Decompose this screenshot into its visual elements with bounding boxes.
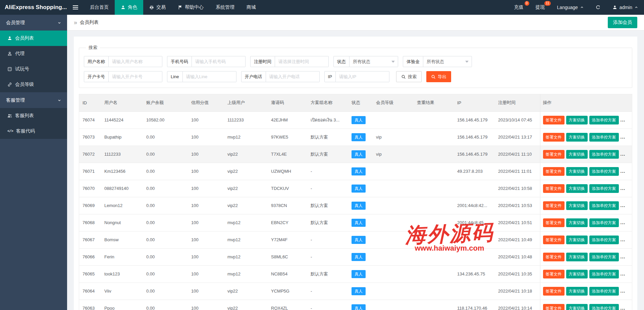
- sign-file-button[interactable]: 签署文件: [543, 184, 565, 193]
- language-menu[interactable]: Language: [551, 0, 590, 15]
- add-member-button[interactable]: 添加会员: [608, 17, 637, 28]
- table-row[interactable]: 76067Bomsw0.00100mvp12Y72M4F-真人2022/04/2…: [79, 231, 632, 248]
- recharge-button[interactable]: 充值 0: [508, 0, 530, 15]
- more-actions-button[interactable]: ...: [621, 168, 626, 174]
- nav-item-trade[interactable]: 交易: [143, 0, 172, 15]
- more-actions-button[interactable]: ...: [621, 203, 626, 208]
- more-actions-button[interactable]: ...: [621, 288, 626, 294]
- more-actions-button[interactable]: ...: [621, 151, 626, 157]
- nav-item-mall[interactable]: 商城: [240, 0, 262, 15]
- plan-switch-button[interactable]: 方案切换: [566, 270, 588, 278]
- cell-parent-user: mvp12: [224, 231, 268, 248]
- plan-switch-button[interactable]: 方案切换: [566, 184, 588, 193]
- sidebar-item-support-list[interactable]: 客服列表: [0, 108, 67, 123]
- reg-time-input[interactable]: [275, 56, 329, 67]
- plan-switch-button[interactable]: 方案切换: [566, 167, 588, 176]
- plan-switch-button[interactable]: 方案切换: [566, 236, 588, 244]
- sidebar-item-support-code[interactable]: </> 客服代码: [0, 123, 67, 139]
- sign-file-button[interactable]: 签署文件: [543, 116, 565, 124]
- chevron-down-icon: [391, 61, 395, 63]
- refresh-button[interactable]: [590, 0, 606, 15]
- sign-file-button[interactable]: 签署文件: [543, 253, 565, 261]
- column-header: 操作: [540, 94, 632, 111]
- add-single-control-button[interactable]: 添加单控方案: [589, 287, 619, 296]
- add-single-control-button[interactable]: 添加单控方案: [589, 236, 619, 244]
- sign-file-button[interactable]: 签署文件: [543, 150, 565, 159]
- sign-file-button[interactable]: 签署文件: [543, 133, 565, 142]
- more-actions-button[interactable]: ...: [621, 271, 626, 276]
- add-single-control-button[interactable]: 添加单控方案: [589, 201, 619, 210]
- add-single-control-button[interactable]: 添加单控方案: [589, 184, 619, 193]
- plan-switch-button[interactable]: 方案切换: [566, 133, 588, 142]
- phone-input[interactable]: [192, 56, 246, 67]
- user-menu[interactable]: admin: [606, 0, 644, 15]
- table-row[interactable]: 76068Nongnut0.00100mvp12EBN2CY默认方案真人2001…: [79, 214, 632, 231]
- export-button[interactable]: 导出: [426, 71, 451, 82]
- account-phone-input[interactable]: [266, 71, 320, 82]
- nav-item-dashboard[interactable]: 后台首页: [84, 0, 115, 15]
- sign-file-button[interactable]: 签署文件: [543, 167, 565, 176]
- add-single-control-button[interactable]: 添加单控方案: [589, 133, 619, 142]
- table-row[interactable]: 7607008827491400.00100vip22TDCKUV-真人2022…: [79, 180, 632, 197]
- search-button[interactable]: 搜索: [396, 71, 422, 82]
- more-actions-button[interactable]: ...: [621, 237, 626, 242]
- sign-file-button[interactable]: 签署文件: [543, 287, 565, 296]
- sign-file-button[interactable]: 签署文件: [543, 201, 565, 210]
- sidebar-item-member-level[interactable]: 会员等级: [0, 77, 67, 92]
- sidebar-toggle[interactable]: [67, 0, 84, 15]
- more-actions-button[interactable]: ...: [621, 134, 626, 140]
- line-input[interactable]: [183, 71, 236, 82]
- add-single-control-button[interactable]: 添加单控方案: [589, 116, 619, 124]
- ip-input[interactable]: [336, 71, 389, 82]
- more-actions-button[interactable]: ...: [621, 305, 626, 310]
- add-single-control-button[interactable]: 添加单控方案: [589, 253, 619, 261]
- sidebar-item-demo-account[interactable]: 试玩号: [0, 61, 67, 77]
- sidebar-group-support-management[interactable]: 客服管理: [0, 92, 67, 108]
- sidebar-item-agent[interactable]: 代理: [0, 46, 67, 61]
- cell-actions: 签署文件方案切换添加单控方案...: [540, 265, 632, 282]
- table-row[interactable]: 76066Ferin0.00100mvp12S8ML6C-真人2022/04/2…: [79, 248, 632, 265]
- nav-item-help-center[interactable]: 帮助中心: [172, 0, 210, 15]
- username-input[interactable]: [109, 56, 162, 67]
- more-actions-button[interactable]: ...: [621, 117, 626, 122]
- plan-switch-button[interactable]: 方案切换: [566, 150, 588, 159]
- add-single-control-button[interactable]: 添加单控方案: [589, 270, 619, 278]
- plan-switch-button[interactable]: 方案切换: [566, 304, 588, 310]
- table-row[interactable]: 76069Lemon120.00100vip229378CN默认方案真人2001…: [79, 197, 632, 214]
- status-select[interactable]: 所有状态: [350, 56, 398, 67]
- trial-fund-select[interactable]: 所有状态: [423, 56, 472, 67]
- table-row[interactable]: 76071Km1234560.00100vip22UZWQMH-真人49.237…: [79, 163, 632, 180]
- plan-switch-button[interactable]: 方案切换: [566, 287, 588, 296]
- table-row[interactable]: 76064Viiv0.00100vip22YCMP5G-真人2022/04/21…: [79, 282, 632, 300]
- plan-switch-button[interactable]: 方案切换: [566, 201, 588, 210]
- table-row[interactable]: 76073Bupathip0.00100mvp1297KWE5默认方案真人vip…: [79, 128, 632, 146]
- card-number-input[interactable]: [109, 71, 162, 82]
- table-row[interactable]: 760741144522410582.00100111223342EJHMเปิ…: [79, 111, 632, 128]
- plan-switch-button[interactable]: 方案切换: [566, 253, 588, 261]
- table-row[interactable]: 76063Ppoo0.00100vip22RQX4ZL-真人118.174.17…: [79, 300, 632, 310]
- sign-file-button[interactable]: 签署文件: [543, 218, 565, 227]
- table-row[interactable]: 76065took1230.00100mvp12NC8B54默认方案真人134.…: [79, 265, 632, 282]
- sidebar-item-member-list[interactable]: 会员列表: [0, 31, 67, 46]
- more-actions-button[interactable]: ...: [621, 220, 626, 225]
- sidebar-group-member-management[interactable]: 会员管理: [0, 15, 67, 31]
- plan-switch-button[interactable]: 方案切换: [566, 116, 588, 124]
- withdraw-button[interactable]: 提现 11: [530, 0, 551, 15]
- nav-item-system[interactable]: 系统管理: [210, 0, 240, 15]
- add-single-control-button[interactable]: 添加单控方案: [589, 167, 619, 176]
- more-actions-button[interactable]: ...: [621, 186, 626, 191]
- plan-switch-button[interactable]: 方案切换: [566, 218, 588, 227]
- cell-member-level: [373, 214, 414, 231]
- cell-username: Ferin: [101, 248, 143, 265]
- sign-file-button[interactable]: 签署文件: [543, 270, 565, 278]
- sign-file-button[interactable]: 签署文件: [543, 236, 565, 244]
- cell-parent-user: mvp12: [224, 248, 268, 265]
- more-actions-button[interactable]: ...: [621, 254, 626, 259]
- add-single-control-button[interactable]: 添加单控方案: [589, 304, 619, 310]
- nav-item-roles[interactable]: 角色: [115, 0, 143, 15]
- cell-ip: [454, 231, 495, 248]
- table-row[interactable]: 7607211122330.00100vip22T7XL4E默认方案真人vip1…: [79, 146, 632, 163]
- add-single-control-button[interactable]: 添加单控方案: [589, 218, 619, 227]
- add-single-control-button[interactable]: 添加单控方案: [589, 150, 619, 159]
- sign-file-button[interactable]: 签署文件: [543, 304, 565, 310]
